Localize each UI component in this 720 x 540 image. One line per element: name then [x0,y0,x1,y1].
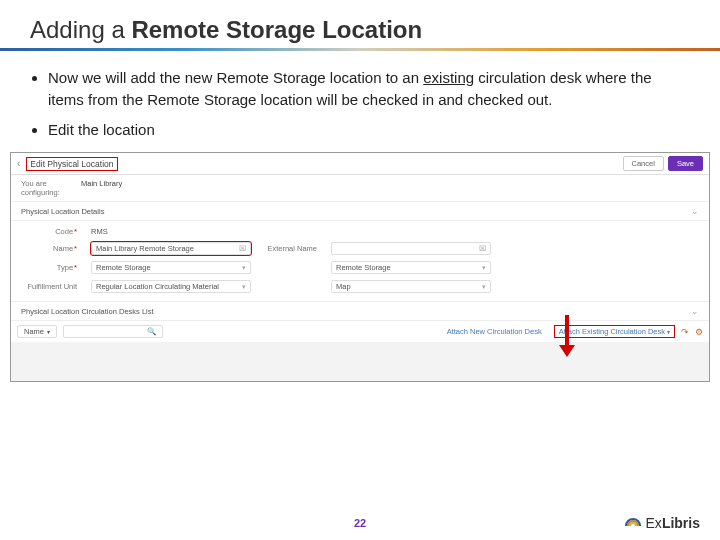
attach-new-desk-link[interactable]: Attach New Circulation Desk [447,327,542,336]
clear-icon[interactable]: ☒ [239,244,246,253]
chevron-down-icon: ⌄ [691,306,699,316]
desks-panel-header[interactable]: Physical Location Circulation Desks List… [11,302,709,321]
clear-icon[interactable]: ☒ [479,244,486,253]
external-name-field[interactable]: ☒ [331,242,491,255]
save-button[interactable]: Save [668,156,703,171]
export-icon[interactable]: ↷ [681,327,689,337]
chevron-down-icon: ⌄ [691,206,699,216]
desks-toolbar: Name▾ 🔍 Attach New Circulation Desk Atta… [11,321,709,342]
search-icon[interactable]: 🔍 [147,327,156,336]
exlibris-logo: ExLibris [624,514,700,532]
name-field[interactable]: Main Library Remote Storage ☒ [91,242,251,255]
map-field[interactable]: Map ▾ [331,280,491,293]
gear-icon[interactable]: ⚙ [695,327,703,337]
title-bold: Remote Storage Location [131,16,422,43]
code-value: RMS [91,227,251,236]
name-dropdown[interactable]: Name▾ [17,325,57,338]
logo-text: ExLibris [646,515,700,531]
type-label: Type* [21,261,81,274]
chevron-down-icon: ▾ [242,264,246,272]
slide-title: Adding a Remote Storage Location [0,0,720,51]
bullet-2: Edit the location [48,119,690,141]
details-panel-header[interactable]: Physical Location Details ⌄ [11,202,709,221]
bullet-underline: existing [423,69,474,86]
back-icon[interactable]: ‹ [17,158,20,169]
chevron-down-icon: ▾ [242,283,246,291]
remote-storage-field[interactable]: Remote Storage ▾ [331,261,491,274]
chevron-down-icon: ▾ [482,264,486,272]
config-label: You are configuring: [21,179,81,197]
type-field[interactable]: Remote Storage ▾ [91,261,251,274]
config-row: You are configuring: Main Library [11,175,709,202]
bullet-1: Now we will add the new Remote Storage l… [48,67,690,111]
code-label: Code* [21,227,81,236]
attach-existing-desk-link[interactable]: Attach Existing Circulation Desk▾ [554,325,675,338]
details-grid: Code* RMS Name* Main Library Remote Stor… [11,221,709,302]
screenshot-header: ‹ Edit Physical Location Cancel Save [11,153,709,175]
chevron-down-icon: ▾ [482,283,486,291]
title-prefix: Adding a [30,16,131,43]
slide-footer: 22 ExLibris [0,506,720,540]
page-number: 22 [354,517,366,529]
name-label: Name* [21,242,81,255]
map-label [261,280,321,293]
bullet-list: Now we will add the new Remote Storage l… [30,67,690,140]
cancel-button[interactable]: Cancel [623,156,664,171]
search-input[interactable]: 🔍 [63,325,163,338]
app-screenshot: ‹ Edit Physical Location Cancel Save You… [10,152,710,382]
fulfillment-unit-label: Fulfillment Unit [21,280,81,293]
page-title: Edit Physical Location [26,157,117,171]
fulfillment-unit-field[interactable]: Regular Location Circulating Material ▾ [91,280,251,293]
config-value: Main Library [81,179,122,197]
logo-mark-icon [624,514,642,532]
external-name-label: External Name [261,242,321,255]
remote-storage-label [261,261,321,274]
